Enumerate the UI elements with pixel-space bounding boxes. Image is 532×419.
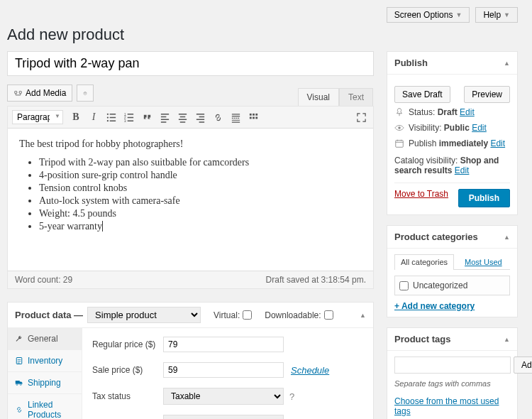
align-left-button[interactable] <box>157 109 172 125</box>
basket-button[interactable] <box>77 85 94 102</box>
svg-rect-8 <box>249 113 251 115</box>
nav-linked[interactable]: Linked Products <box>8 394 82 419</box>
tab-text[interactable]: Text <box>339 88 373 106</box>
nav-general[interactable]: General <box>8 328 82 350</box>
edit-catalog-link[interactable]: Edit <box>455 165 470 175</box>
quote-button[interactable] <box>139 109 155 125</box>
format-select[interactable]: Paragraph <box>12 110 63 124</box>
align-right-button[interactable] <box>192 109 208 125</box>
regular-price-input[interactable] <box>163 337 284 352</box>
product-data-header: Product data — Simple product Virtual: D… <box>8 303 373 328</box>
svg-rect-10 <box>255 113 257 115</box>
link-icon <box>15 406 23 414</box>
editor-content[interactable]: The best tripod for hobby photographers!… <box>8 129 373 271</box>
svg-rect-9 <box>253 113 255 115</box>
bullet-item: Auto-lock system with camera-safe <box>39 195 362 207</box>
choose-tags-link[interactable]: Choose from the most used tags <box>394 396 499 416</box>
clipboard-icon <box>15 357 23 365</box>
schedule-link[interactable]: Schedule <box>291 365 329 376</box>
draft-saved-status: Draft saved at 3:18:54 pm. <box>266 275 366 285</box>
move-to-trash-link[interactable]: Move to Trash <box>394 189 448 207</box>
nav-inventory[interactable]: Inventory <box>8 350 82 372</box>
cube-icon <box>83 89 87 98</box>
svg-point-0 <box>15 91 17 93</box>
svg-rect-13 <box>255 116 257 119</box>
svg-text:3: 3 <box>124 119 126 123</box>
bullet-item: Weight: 4.5 pounds <box>39 208 362 219</box>
help-icon[interactable]: ? <box>289 391 294 402</box>
publish-header[interactable]: Publish▲ <box>387 52 517 75</box>
bullet-item: 5-year warranty <box>39 221 362 232</box>
screen-options-button[interactable]: Screen Options ▼ <box>387 7 470 23</box>
svg-rect-19 <box>396 141 404 148</box>
add-new-category-link[interactable]: + Add new category <box>394 301 475 311</box>
virtual-checkbox[interactable] <box>243 310 252 320</box>
bullet-list-button[interactable] <box>104 109 119 125</box>
add-media-button[interactable]: Add Media <box>7 85 72 102</box>
downloadable-checkbox[interactable] <box>324 310 333 320</box>
tag-input[interactable] <box>394 357 511 374</box>
svg-point-4 <box>106 120 108 121</box>
uncategorized-checkbox[interactable] <box>399 281 409 290</box>
truck-icon <box>15 379 23 387</box>
word-count: Word count: 29 <box>15 275 72 285</box>
italic-button[interactable]: I <box>86 109 101 125</box>
tax-status-select[interactable]: Taxable <box>163 388 284 405</box>
svg-point-3 <box>106 116 108 118</box>
preview-button[interactable]: Preview <box>464 86 510 103</box>
tab-most-used[interactable]: Most Used <box>458 254 509 269</box>
number-list-button[interactable]: 123 <box>121 109 137 125</box>
collapse-toggle[interactable]: ▲ <box>360 312 366 319</box>
edit-publish-link[interactable]: Edit <box>490 138 505 148</box>
product-title-input[interactable] <box>7 51 374 76</box>
chevron-down-icon: ▼ <box>504 11 510 18</box>
chevron-up-icon: ▲ <box>504 336 510 343</box>
svg-rect-12 <box>253 116 255 119</box>
sale-price-input[interactable] <box>163 362 284 378</box>
page-title: Add new product <box>7 26 518 44</box>
fullscreen-button[interactable] <box>353 109 369 125</box>
tax-class-select[interactable]: Standard <box>163 415 284 419</box>
bullet-item: Tripod with 2-way pan also suitbable for… <box>39 157 362 168</box>
chevron-down-icon: ▼ <box>455 11 462 18</box>
save-draft-button[interactable]: Save Draft <box>394 86 450 103</box>
svg-point-16 <box>20 383 21 385</box>
bullet-item: 4-position sure-grip control handle <box>39 170 362 181</box>
align-center-button[interactable] <box>174 109 190 125</box>
calendar-icon <box>394 138 404 148</box>
insert-more-button[interactable] <box>228 109 243 125</box>
tab-visual[interactable]: Visual <box>298 88 339 106</box>
chevron-up-icon: ▲ <box>504 60 510 67</box>
bold-button[interactable]: B <box>68 109 84 125</box>
edit-status-link[interactable]: Edit <box>460 107 475 117</box>
edit-visibility-link[interactable]: Edit <box>472 123 487 133</box>
chevron-up-icon: ▲ <box>504 234 510 241</box>
tab-all-categories[interactable]: All categories <box>394 254 454 270</box>
nav-shipping[interactable]: Shipping <box>8 372 82 394</box>
tag-hint: Separate tags with commas <box>394 379 510 388</box>
media-icon <box>13 89 23 98</box>
wrench-icon <box>15 334 23 343</box>
categories-header[interactable]: Product categories▲ <box>387 226 517 249</box>
svg-point-1 <box>19 91 21 93</box>
eye-icon <box>394 123 404 133</box>
link-button[interactable] <box>210 109 226 125</box>
editor-toolbar: Paragraph B I 123 <box>8 107 373 129</box>
toolbar-toggle-button[interactable] <box>245 109 261 125</box>
tags-header[interactable]: Product tags▲ <box>387 328 517 351</box>
product-type-select[interactable]: Simple product <box>87 307 201 323</box>
help-button[interactable]: Help ▼ <box>475 7 518 23</box>
svg-point-15 <box>16 383 18 385</box>
svg-point-2 <box>106 113 108 114</box>
publish-button[interactable]: Publish <box>458 189 510 207</box>
pin-icon <box>394 107 404 117</box>
svg-rect-11 <box>249 116 251 119</box>
svg-point-18 <box>398 126 401 129</box>
add-tag-button[interactable]: Add <box>514 357 532 374</box>
bullet-item: Tension control knobs <box>39 183 362 194</box>
editor-intro: The best tripod for hobby photographers! <box>19 138 362 150</box>
